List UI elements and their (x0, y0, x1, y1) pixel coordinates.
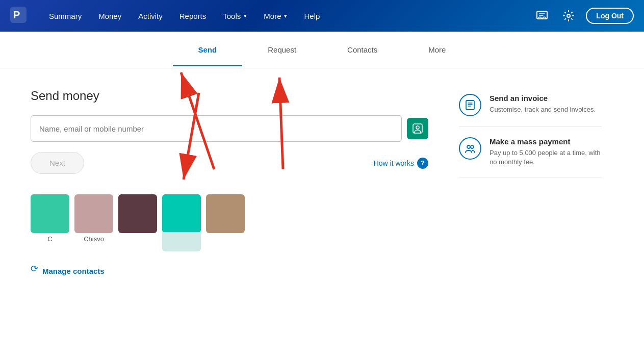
nav-item-tools[interactable]: Tools ▾ (216, 8, 254, 24)
contact-item-chisvo: Chisvo (74, 194, 113, 253)
manage-contacts-row: ⟳ Manage contacts (31, 262, 428, 275)
send-money-title: Send money (31, 89, 428, 103)
sub-nav-request[interactable]: Request (242, 33, 322, 66)
how-it-works-link[interactable]: How it works ? (374, 158, 428, 169)
contact-item-5 (206, 194, 245, 253)
nav-item-more[interactable]: More ▾ (256, 8, 294, 24)
tools-chevron-icon: ▾ (244, 13, 247, 19)
svg-point-14 (471, 145, 474, 148)
action-row: Next How it works ? (31, 152, 428, 174)
mass-payment-icon (459, 137, 481, 160)
right-panel-invoice-text: Send an invoice Customise, track and sen… (490, 94, 596, 114)
contact-item-c: C (31, 194, 69, 253)
nav-right: Log Out (533, 7, 634, 25)
sub-nav-send[interactable]: Send (173, 33, 243, 66)
sub-nav-contacts[interactable]: Contacts (322, 33, 403, 66)
svg-text:P: P (13, 9, 20, 20)
invoice-desc: Customise, track and send invoices. (490, 105, 596, 114)
contact-avatar-chisvo[interactable] (74, 194, 113, 233)
sub-nav: Send Request Contacts More (0, 32, 644, 68)
main-content: Send money Next How it works ? (0, 68, 644, 296)
contact-item-4 (162, 194, 201, 253)
paypal-logo[interactable]: P (10, 7, 27, 25)
svg-point-13 (467, 145, 470, 148)
mass-payment-title: Make a mass payment (490, 137, 602, 146)
contact-item-3 (118, 194, 157, 253)
how-it-works-label: How it works (374, 159, 414, 167)
contact-avatar-4[interactable] (162, 194, 201, 251)
contact-picker-button[interactable] (407, 118, 428, 139)
logout-button[interactable]: Log Out (586, 8, 634, 24)
how-it-works-icon: ? (417, 158, 428, 169)
right-panel-mass-payment: Make a mass payment Pay up to 5,000 peop… (459, 127, 602, 177)
contact-label-c: C (47, 235, 52, 243)
recipient-input[interactable] (31, 115, 402, 142)
svg-rect-12 (466, 100, 474, 110)
nav-item-help[interactable]: Help (297, 8, 327, 24)
contact-avatar-c[interactable] (31, 194, 69, 233)
right-panel-mass-payment-text: Make a mass payment Pay up to 5,000 peop… (490, 137, 602, 167)
top-nav: P Summary Money Activity Reports Tools ▾… (0, 0, 644, 32)
next-button[interactable]: Next (31, 152, 84, 174)
left-panel: Send money Next How it works ? (31, 89, 428, 275)
mass-payment-desc: Pay up to 5,000 people at a time, with n… (490, 148, 602, 167)
nav-items: Summary Money Activity Reports Tools ▾ M… (42, 8, 533, 24)
messages-icon-button[interactable] (533, 7, 551, 25)
contacts-row: C Chisvo (31, 194, 428, 253)
contact-avatar-3[interactable] (118, 194, 157, 233)
svg-point-11 (416, 126, 419, 129)
right-panel-invoice: Send an invoice Customise, track and sen… (459, 94, 602, 127)
invoice-icon (459, 94, 481, 116)
contact-avatar-5[interactable] (206, 194, 245, 233)
more-chevron-icon: ▾ (284, 13, 287, 19)
right-panel: Send an invoice Customise, track and sen… (459, 89, 602, 275)
sub-nav-more[interactable]: More (403, 33, 471, 66)
nav-item-activity[interactable]: Activity (131, 8, 170, 24)
manage-contacts-link[interactable]: Manage contacts (42, 267, 105, 275)
invoice-title: Send an invoice (490, 94, 596, 103)
nav-item-reports[interactable]: Reports (172, 8, 214, 24)
contact-label-chisvo: Chisvo (84, 235, 104, 243)
recipient-input-row (31, 115, 428, 142)
svg-point-3 (567, 14, 570, 17)
nav-item-summary[interactable]: Summary (42, 8, 89, 24)
nav-item-money[interactable]: Money (91, 8, 128, 24)
manage-contacts-icon: ⟳ (31, 263, 38, 274)
settings-icon-button[interactable] (559, 7, 578, 25)
